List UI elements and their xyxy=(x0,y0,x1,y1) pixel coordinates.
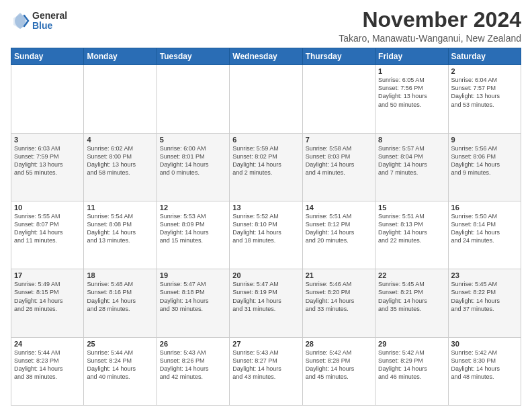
day-number: 22 xyxy=(378,271,445,279)
week-row-1: 1Sunrise: 6:05 AMSunset: 7:56 PMDaylight… xyxy=(11,65,521,133)
day-number: 15 xyxy=(378,203,445,212)
day-info: Sunrise: 5:42 AMSunset: 8:30 PMDaylight:… xyxy=(451,349,518,381)
cell-2-1: 11Sunrise: 5:54 AMSunset: 8:08 PMDayligh… xyxy=(84,201,157,269)
cell-0-2 xyxy=(157,65,229,133)
cell-3-5: 22Sunrise: 5:45 AMSunset: 8:21 PMDayligh… xyxy=(375,269,448,337)
day-number: 29 xyxy=(378,340,445,348)
cell-2-4: 14Sunrise: 5:51 AMSunset: 8:12 PMDayligh… xyxy=(302,201,375,269)
calendar-body: 1Sunrise: 6:05 AMSunset: 7:56 PMDaylight… xyxy=(11,65,521,406)
week-row-4: 17Sunrise: 5:49 AMSunset: 8:15 PMDayligh… xyxy=(11,269,521,337)
day-info: Sunrise: 5:45 AMSunset: 8:21 PMDaylight:… xyxy=(378,280,445,313)
day-number: 12 xyxy=(160,203,226,212)
day-info: Sunrise: 5:43 AMSunset: 8:26 PMDaylight:… xyxy=(160,349,226,381)
day-info: Sunrise: 5:52 AMSunset: 8:10 PMDaylight:… xyxy=(232,212,299,245)
logo: General Blue xyxy=(11,11,67,32)
col-wednesday: Wednesday xyxy=(230,48,302,65)
day-info: Sunrise: 5:50 AMSunset: 8:14 PMDaylight:… xyxy=(451,212,518,245)
day-info: Sunrise: 5:58 AMSunset: 8:03 PMDaylight:… xyxy=(306,144,372,177)
calendar-header: Sunday Monday Tuesday Wednesday Thursday… xyxy=(11,48,521,65)
col-tuesday: Tuesday xyxy=(157,48,229,65)
day-number: 28 xyxy=(306,340,372,348)
day-info: Sunrise: 6:04 AMSunset: 7:57 PMDaylight:… xyxy=(451,76,518,109)
week-row-2: 3Sunrise: 6:03 AMSunset: 7:59 PMDaylight… xyxy=(11,133,521,201)
day-number: 6 xyxy=(232,136,299,144)
cell-1-3: 6Sunrise: 5:59 AMSunset: 8:02 PMDaylight… xyxy=(230,133,302,201)
day-info: Sunrise: 6:02 AMSunset: 8:00 PMDaylight:… xyxy=(87,144,153,177)
day-number: 16 xyxy=(451,203,518,212)
logo-icon xyxy=(11,11,30,30)
day-number: 11 xyxy=(87,203,153,212)
logo-text: General Blue xyxy=(32,11,67,32)
day-info: Sunrise: 5:51 AMSunset: 8:13 PMDaylight:… xyxy=(378,212,445,245)
day-info: Sunrise: 5:47 AMSunset: 8:18 PMDaylight:… xyxy=(160,280,226,313)
page: General Blue November 2024 Takaro, Manaw… xyxy=(0,0,532,411)
day-info: Sunrise: 6:05 AMSunset: 7:56 PMDaylight:… xyxy=(378,76,445,109)
cell-2-6: 16Sunrise: 5:50 AMSunset: 8:14 PMDayligh… xyxy=(448,201,521,269)
day-info: Sunrise: 5:42 AMSunset: 8:29 PMDaylight:… xyxy=(378,349,445,381)
col-saturday: Saturday xyxy=(448,48,521,65)
cell-4-2: 26Sunrise: 5:43 AMSunset: 8:26 PMDayligh… xyxy=(157,337,229,405)
day-info: Sunrise: 5:57 AMSunset: 8:04 PMDaylight:… xyxy=(378,144,445,177)
cell-0-3 xyxy=(230,65,302,133)
subtitle: Takaro, Manawatu-Wanganui, New Zealand xyxy=(339,33,521,44)
day-number: 19 xyxy=(160,271,226,279)
weekday-row: Sunday Monday Tuesday Wednesday Thursday… xyxy=(11,48,521,65)
cell-0-5: 1Sunrise: 6:05 AMSunset: 7:56 PMDaylight… xyxy=(375,65,448,133)
day-number: 2 xyxy=(451,67,518,75)
day-number: 9 xyxy=(451,136,518,144)
col-thursday: Thursday xyxy=(302,48,375,65)
cell-4-3: 27Sunrise: 5:43 AMSunset: 8:27 PMDayligh… xyxy=(230,337,302,405)
day-info: Sunrise: 5:46 AMSunset: 8:20 PMDaylight:… xyxy=(306,280,372,313)
cell-2-0: 10Sunrise: 5:55 AMSunset: 8:07 PMDayligh… xyxy=(11,201,84,269)
cell-1-2: 5Sunrise: 6:00 AMSunset: 8:01 PMDaylight… xyxy=(157,133,229,201)
day-info: Sunrise: 5:45 AMSunset: 8:22 PMDaylight:… xyxy=(451,280,518,313)
day-number: 24 xyxy=(14,340,81,348)
day-number: 10 xyxy=(14,203,81,212)
cell-3-6: 23Sunrise: 5:45 AMSunset: 8:22 PMDayligh… xyxy=(448,269,521,337)
title-section: November 2024 Takaro, Manawatu-Wanganui,… xyxy=(339,8,521,44)
day-info: Sunrise: 5:56 AMSunset: 8:06 PMDaylight:… xyxy=(451,144,518,177)
day-info: Sunrise: 5:49 AMSunset: 8:15 PMDaylight:… xyxy=(14,280,81,313)
day-number: 25 xyxy=(87,340,153,348)
logo-general-text: General xyxy=(32,11,67,21)
calendar: Sunday Monday Tuesday Wednesday Thursday… xyxy=(11,48,521,406)
day-info: Sunrise: 5:48 AMSunset: 8:16 PMDaylight:… xyxy=(87,280,153,313)
day-info: Sunrise: 5:47 AMSunset: 8:19 PMDaylight:… xyxy=(232,280,299,313)
cell-3-0: 17Sunrise: 5:49 AMSunset: 8:15 PMDayligh… xyxy=(11,269,84,337)
day-number: 23 xyxy=(451,271,518,279)
cell-4-4: 28Sunrise: 5:42 AMSunset: 8:28 PMDayligh… xyxy=(302,337,375,405)
day-number: 4 xyxy=(87,136,153,144)
day-number: 3 xyxy=(14,136,81,144)
cell-2-3: 13Sunrise: 5:52 AMSunset: 8:10 PMDayligh… xyxy=(230,201,302,269)
cell-0-4 xyxy=(302,65,375,133)
day-info: Sunrise: 6:00 AMSunset: 8:01 PMDaylight:… xyxy=(160,144,226,177)
day-number: 5 xyxy=(160,136,226,144)
day-number: 30 xyxy=(451,340,518,348)
day-number: 13 xyxy=(232,203,299,212)
day-number: 18 xyxy=(87,271,153,279)
day-number: 1 xyxy=(378,67,445,75)
day-number: 14 xyxy=(306,203,372,212)
cell-3-2: 19Sunrise: 5:47 AMSunset: 8:18 PMDayligh… xyxy=(157,269,229,337)
day-number: 8 xyxy=(378,136,445,144)
col-friday: Friday xyxy=(375,48,448,65)
col-monday: Monday xyxy=(84,48,157,65)
cell-1-6: 9Sunrise: 5:56 AMSunset: 8:06 PMDaylight… xyxy=(448,133,521,201)
main-title: November 2024 xyxy=(339,8,521,32)
cell-3-1: 18Sunrise: 5:48 AMSunset: 8:16 PMDayligh… xyxy=(84,269,157,337)
header: General Blue November 2024 Takaro, Manaw… xyxy=(11,8,521,44)
logo-blue-text: Blue xyxy=(32,21,67,31)
day-info: Sunrise: 5:44 AMSunset: 8:24 PMDaylight:… xyxy=(87,349,153,381)
cell-1-1: 4Sunrise: 6:02 AMSunset: 8:00 PMDaylight… xyxy=(84,133,157,201)
day-info: Sunrise: 6:03 AMSunset: 7:59 PMDaylight:… xyxy=(14,144,81,177)
cell-2-5: 15Sunrise: 5:51 AMSunset: 8:13 PMDayligh… xyxy=(375,201,448,269)
day-number: 7 xyxy=(306,136,372,144)
cell-2-2: 12Sunrise: 5:53 AMSunset: 8:09 PMDayligh… xyxy=(157,201,229,269)
day-number: 21 xyxy=(306,271,372,279)
day-number: 27 xyxy=(232,340,299,348)
cell-0-0 xyxy=(11,65,84,133)
day-info: Sunrise: 5:59 AMSunset: 8:02 PMDaylight:… xyxy=(232,144,299,177)
cell-1-5: 8Sunrise: 5:57 AMSunset: 8:04 PMDaylight… xyxy=(375,133,448,201)
cell-4-5: 29Sunrise: 5:42 AMSunset: 8:29 PMDayligh… xyxy=(375,337,448,405)
cell-3-3: 20Sunrise: 5:47 AMSunset: 8:19 PMDayligh… xyxy=(230,269,302,337)
